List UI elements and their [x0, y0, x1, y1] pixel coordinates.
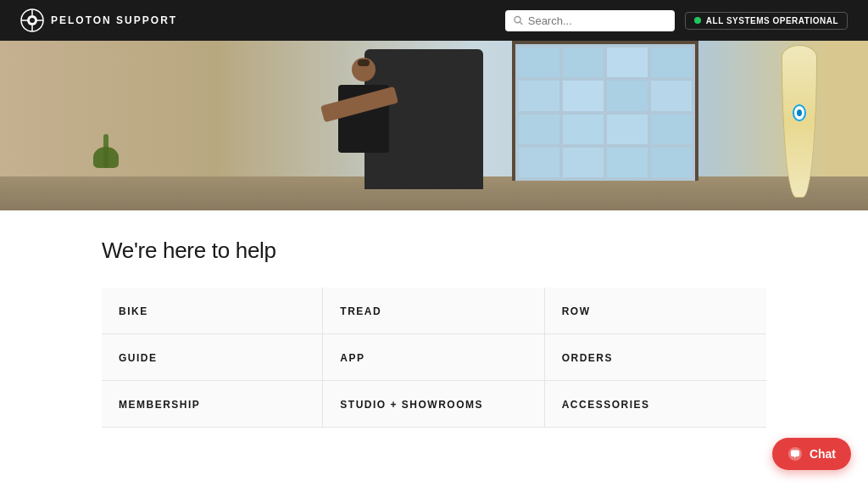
main-content: We're here to help BIKE TREAD ROW GUIDE …	[0, 210, 868, 448]
category-cell-orders[interactable]: ORDERS	[545, 334, 766, 381]
category-label-bike: BIKE	[119, 305, 148, 317]
svg-point-2	[30, 18, 35, 23]
category-cell-membership[interactable]: MEMBERSHIP	[102, 381, 323, 428]
category-label-tread: TREAD	[340, 305, 381, 317]
help-title: We're here to help	[102, 238, 766, 264]
category-label-studio-showrooms: STUDIO + SHOWROOMS	[340, 399, 483, 411]
systems-status-badge: ALL SYSTEMS OPERATIONAL	[685, 12, 848, 30]
hero-image	[0, 41, 868, 210]
svg-line-8	[520, 22, 522, 25]
category-cell-accessories[interactable]: ACCESSORIES	[545, 381, 766, 428]
peloton-logo-icon	[20, 8, 44, 32]
category-cell-row[interactable]: ROW	[545, 288, 766, 334]
chat-button[interactable]: Chat	[772, 438, 851, 470]
chat-label: Chat	[810, 447, 836, 461]
search-box[interactable]	[505, 10, 675, 31]
category-label-orders: ORDERS	[562, 352, 613, 364]
category-cell-guide[interactable]: GUIDE	[102, 334, 323, 381]
category-cell-bike[interactable]: BIKE	[102, 288, 323, 334]
category-label-membership: MEMBERSHIP	[119, 399, 200, 411]
category-label-app: APP	[340, 352, 364, 364]
search-input[interactable]	[528, 14, 666, 27]
category-label-row: ROW	[562, 305, 591, 317]
category-label-guide: GUIDE	[119, 352, 158, 364]
header-left: PELOTON SUPPORT	[20, 8, 177, 32]
search-icon	[514, 15, 523, 25]
header: PELOTON SUPPORT ALL SYSTEMS OPERATIONAL	[0, 0, 868, 41]
header-right: ALL SYSTEMS OPERATIONAL	[505, 10, 848, 31]
status-dot-icon	[694, 17, 701, 24]
category-cell-app[interactable]: APP	[323, 334, 544, 381]
systems-status-text: ALL SYSTEMS OPERATIONAL	[706, 16, 838, 25]
chat-bubble-icon	[787, 446, 803, 462]
logo-text: PELOTON SUPPORT	[51, 14, 177, 26]
category-cell-tread[interactable]: TREAD	[323, 288, 544, 334]
peloton-logo: PELOTON SUPPORT	[20, 8, 177, 32]
category-label-accessories: ACCESSORIES	[562, 399, 650, 411]
hero-background	[0, 41, 868, 210]
category-grid: BIKE TREAD ROW GUIDE APP ORDERS MEMBERSH…	[102, 288, 766, 428]
category-cell-studio-showrooms[interactable]: STUDIO + SHOWROOMS	[323, 381, 544, 428]
